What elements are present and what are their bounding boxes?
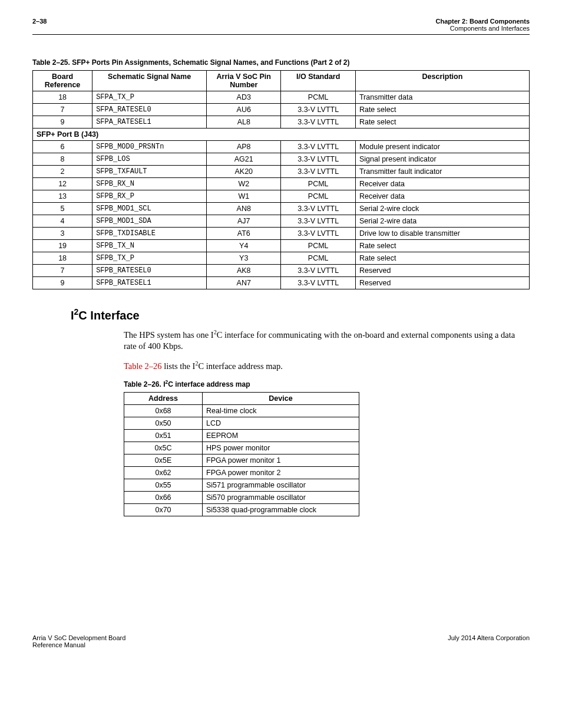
table25: Board Reference Schematic Signal Name Ar… [32,70,530,289]
table-row: 0x55Si571 programmable oscillator [124,479,359,492]
page-header: 2–38 Chapter 2: Board Components Compone… [32,18,530,35]
cell-signal: SFPA_RATESEL0 [92,104,207,116]
i2c-para2: Table 2–26 lists the I2C interface addre… [32,360,530,372]
table-row: 0x5CHPS power monitor [124,442,359,454]
cell-signal: SFPB_RATESEL0 [92,265,207,277]
cell-device: EEPROM [203,430,359,442]
th-signal: Schematic Signal Name [92,71,207,91]
cell-device: FPGA power monitor 1 [203,454,359,467]
table-row: 12SFPB_RX_NW2PCMLReceiver data [33,178,530,190]
cell-signal: SFPB_MOD0_PRSNTn [92,141,207,153]
cell-ref: 18 [33,252,92,265]
cell-addr: 0x68 [124,405,203,417]
i2c-heading: I2C Interface [32,307,530,322]
table-ref-link[interactable]: Table 2–26 [124,361,162,370]
cell-io: 3.3-V LVTTL [281,116,355,129]
cell-desc: Rate select [355,104,529,116]
cell-pin: AU6 [207,104,281,116]
cell-io: PCML [281,91,355,104]
cell-signal: SFPB_TX_N [92,240,207,252]
cell-signal: SFPB_MOD1_SCL [92,203,207,215]
cell-device: Si570 programmable oscillator [203,492,359,504]
cell-desc: Rate select [355,240,529,252]
cell-ref: 5 [33,203,92,215]
table-row: 19SFPB_TX_NY4PCMLRate select [33,240,530,252]
cell-signal: SFPB_MOD1_SDA [92,215,207,228]
cell-io: 3.3-V LVTTL [281,153,355,166]
table-row: 18SFPB_TX_PY3PCMLRate select [33,252,530,265]
chapter-title: Chapter 2: Board Components [435,18,530,25]
cell-ref: 19 [33,240,92,252]
cell-pin: AN7 [207,277,281,289]
i2c-para1: The HPS system has one I2C interface for… [32,328,530,353]
table-row: 5SFPB_MOD1_SCLAN83.3-V LVTTLSerial 2-wir… [33,203,530,215]
cell-desc: Module present indicator [355,141,529,153]
table-row: 0x68Real-time clock [124,405,359,417]
th-device: Device [203,393,359,405]
cell-pin: AD3 [207,91,281,104]
table-row: 9SFPB_RATESEL1AN73.3-V LVTTLReserved [33,277,530,289]
cell-signal: SFPB_TX_P [92,252,207,265]
cell-addr: 0x5C [124,442,203,454]
table-row: 6SFPB_MOD0_PRSNTnAP83.3-V LVTTLModule pr… [33,141,530,153]
cell-addr: 0x66 [124,492,203,504]
th-address: Address [124,393,203,405]
cell-desc: Reserved [355,265,529,277]
cell-addr: 0x51 [124,430,203,442]
cell-io: 3.3-V LVTTL [281,228,355,240]
cell-io: PCML [281,240,355,252]
table-row: 7SFPB_RATESEL0AK83.3-V LVTTLReserved [33,265,530,277]
cell-io: 3.3-V LVTTL [281,104,355,116]
cell-pin: AT6 [207,228,281,240]
cell-pin: AN8 [207,203,281,215]
cell-addr: 0x50 [124,417,203,430]
cell-signal: SFPB_TXFAULT [92,166,207,178]
cell-io: 3.3-V LVTTL [281,215,355,228]
table-row: 0x66Si570 programmable oscillator [124,492,359,504]
page-number: 2–38 [32,18,47,32]
cell-device: Si5338 quad-programmable clock [203,504,359,516]
cell-pin: AK8 [207,265,281,277]
cell-ref: 12 [33,178,92,190]
cell-io: PCML [281,252,355,265]
subhead-text: SFP+ Port B (J43) [33,129,530,141]
table-row: 4SFPB_MOD1_SDAAJ73.3-V LVTTLSerial 2-wir… [33,215,530,228]
cell-desc: Rate select [355,116,529,129]
cell-ref: 2 [33,166,92,178]
cell-ref: 9 [33,116,92,129]
cell-signal: SFPB_RATESEL1 [92,277,207,289]
table-subheader: SFP+ Port B (J43) [33,129,530,141]
cell-io: 3.3-V LVTTL [281,277,355,289]
table-row: 13SFPB_RX_PW1PCMLReceiver data [33,190,530,203]
th-board-ref: Board Reference [33,71,92,91]
table-row: 0x70Si5338 quad-programmable clock [124,504,359,516]
cell-ref: 9 [33,277,92,289]
cell-device: LCD [203,417,359,430]
th-pin: Arria V SoC Pin Number [207,71,281,91]
cell-io: 3.3-V LVTTL [281,141,355,153]
cell-device: HPS power monitor [203,442,359,454]
cell-signal: SFPA_RATESEL1 [92,116,207,129]
cell-signal: SFPA_TX_P [92,91,207,104]
cell-device: Si571 programmable oscillator [203,479,359,492]
cell-ref: 4 [33,215,92,228]
table-row: 0x62FPGA power monitor 2 [124,467,359,479]
footer-doc-title: Arria V SoC Development Board [32,634,125,641]
cell-signal: SFPB_LOS [92,153,207,166]
cell-desc: Receiver data [355,178,529,190]
cell-pin: AJ7 [207,215,281,228]
table-row: 2SFPB_TXFAULTAK203.3-V LVTTLTransmitter … [33,166,530,178]
cell-device: Real-time clock [203,405,359,417]
table-row: 9SFPA_RATESEL1AL83.3-V LVTTLRate select [33,116,530,129]
cell-desc: Serial 2-wire clock [355,203,529,215]
table-row: 7SFPA_RATESEL0AU63.3-V LVTTLRate select [33,104,530,116]
cell-signal: SFPB_RX_N [92,178,207,190]
cell-addr: 0x70 [124,504,203,516]
cell-device: FPGA power monitor 2 [203,467,359,479]
table-row: 8SFPB_LOSAG213.3-V LVTTLSignal present i… [33,153,530,166]
table26-caption: Table 2–26. I2C interface address map [124,379,530,388]
cell-pin: AL8 [207,116,281,129]
cell-signal: SFPB_RX_P [92,190,207,203]
cell-ref: 13 [33,190,92,203]
cell-pin: Y3 [207,252,281,265]
